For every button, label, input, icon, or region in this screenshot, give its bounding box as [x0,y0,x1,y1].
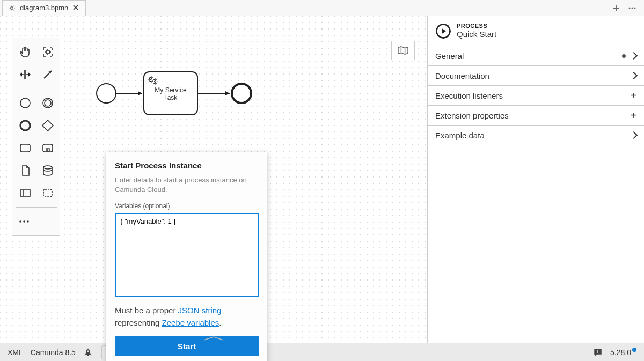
variables-hint: Must be a proper JSON string representin… [115,305,259,329]
properties-header: PROCESS Quick Start [428,16,644,46]
svg-point-10 [43,166,52,169]
variables-label: Variables (optional) [115,202,259,210]
svg-point-22 [232,84,251,103]
dialog-description: Enter details to start a process instanc… [115,175,259,195]
properties-name: Quick Start [457,30,496,39]
update-indicator-icon [632,348,636,352]
svg-rect-30 [597,352,598,353]
more-tools[interactable] [14,211,36,232]
minimap-toggle[interactable] [391,41,415,60]
participant-tool[interactable] [14,182,36,204]
chevron-right-icon [630,52,638,60]
svg-point-24 [87,350,89,352]
plus-icon[interactable]: + [630,90,636,101]
svg-point-13 [19,220,21,223]
task-label-line1: My Service [155,86,187,94]
group-general[interactable]: General [428,46,644,65]
svg-rect-29 [597,350,598,352]
status-bar: XML Camunda 8.5 0 0 5.28.0 [0,343,644,361]
group-tool[interactable] [37,182,58,204]
gear-icon [8,4,16,12]
canvas[interactable]: My Service Task Start Process Instance E… [0,16,427,343]
properties-overline: PROCESS [457,23,496,30]
engine-selector[interactable]: Camunda 8.5 [31,348,76,357]
svg-rect-11 [20,190,30,196]
svg-rect-12 [43,189,52,197]
deploy-button[interactable] [83,348,93,357]
svg-point-0 [629,7,631,9]
svg-point-16 [97,84,116,103]
more-menu-button[interactable] [628,4,636,12]
properties-panel: PROCESS Quick Start General Documentatio… [427,16,644,343]
start-button[interactable]: Start [115,336,259,356]
svg-point-2 [634,7,636,9]
version-label[interactable]: 5.28.0 [610,348,636,357]
tab-diagram3[interactable]: diagram3.bpmn [2,0,86,16]
group-documentation[interactable]: Documentation [428,66,644,85]
close-icon[interactable] [72,4,80,12]
tab-title: diagram3.bpmn [20,4,68,12]
svg-point-15 [27,220,29,223]
tab-bar: diagram3.bpmn [0,0,644,16]
resize-handle[interactable] [203,336,224,341]
group-example-data[interactable]: Example data [428,126,644,145]
data-store-tool[interactable] [37,160,58,181]
xml-toggle[interactable]: XML [8,348,23,357]
json-string-link[interactable]: JSON string [178,306,222,315]
group-extension-properties[interactable]: Extension properties+ [428,106,644,125]
group-execution-listeners[interactable]: Execution listeners+ [428,86,644,105]
chevron-right-icon [630,72,638,79]
svg-point-1 [632,7,633,9]
feedback-button[interactable] [593,348,603,357]
svg-point-14 [23,220,25,223]
process-icon [435,23,451,39]
data-indicator-icon [622,54,626,58]
zeebe-variables-link[interactable]: Zeebe variables [162,318,219,327]
variables-input[interactable] [115,213,259,297]
chevron-right-icon [630,131,638,139]
task-label-line2: Task [164,94,178,101]
start-instance-dialog: Start Process Instance Enter details to … [106,152,267,361]
plus-icon[interactable]: + [630,110,636,121]
data-object-tool[interactable] [14,160,36,181]
dialog-title: Start Process Instance [115,161,259,170]
new-tab-button[interactable] [612,4,620,12]
